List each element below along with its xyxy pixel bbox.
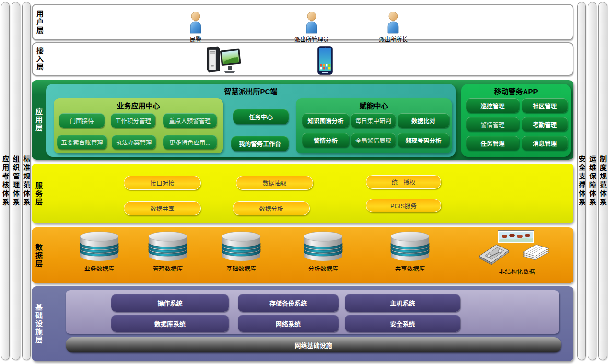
pc-panel: 智慧派出所PC端 业务应用中心 门面接待 工作积分管理 重点人预警管理 五要素台… xyxy=(46,84,456,157)
mobile-module-button: 巡控管理 xyxy=(466,98,519,113)
business-center-title: 业务应用中心 xyxy=(54,100,223,110)
infrastructure-system-button: 操作系统 xyxy=(111,294,229,312)
mobile-module-button: 社区管理 xyxy=(522,98,568,113)
mobile-module-button: 警情管理 xyxy=(466,117,519,131)
enable-module-button: 全局警情展现 xyxy=(351,133,396,147)
pc-panel-title: 智慧派出所PC端 xyxy=(46,86,456,96)
layer-service: 服务层 接口对接 数据抽取 统一授权 数据共享 数据分析 PGIS服务 xyxy=(32,164,573,223)
enable-module-button: 数据比对 xyxy=(398,113,449,128)
layer-access-label: 接入层 xyxy=(35,47,44,71)
layer-user-label: 用户层 xyxy=(35,10,44,35)
database-cylinder-icon xyxy=(78,231,120,262)
enable-center-title: 赋能中心 xyxy=(296,100,452,110)
enable-center-panel: 赋能中心 知识图谱分析 每日集中研判 数据比对 警情分析 全局警情展现 频现号码… xyxy=(296,98,452,153)
business-module-button: 执法办案管理 xyxy=(112,135,156,149)
role-station-admin: 派出所管理员 xyxy=(283,12,340,43)
business-module-button: 门面接待 xyxy=(59,113,105,128)
database-cylinder-icon xyxy=(220,231,262,262)
network-infrastructure-label: 网络基础设施 xyxy=(294,341,332,350)
enable-module-button: 知识图谱分析 xyxy=(302,113,349,128)
infrastructure-system-button: 存储备份系统 xyxy=(238,294,339,312)
database-label: 管理数据库 xyxy=(153,264,183,273)
business-module-button: 工作积分管理 xyxy=(111,113,155,128)
enable-module-button: 每日集中研判 xyxy=(351,113,396,128)
mobile-module-button: 任务管理 xyxy=(466,136,519,150)
left-bar-organization-label: 组织管理体系 xyxy=(12,155,20,207)
business-center-panel: 业务应用中心 门面接待 工作积分管理 重点人预警管理 五要素台账管理 执法办案管… xyxy=(54,98,223,153)
layer-infrastructure: 基础设施层 操作系统 存储备份系统 主机系统 数据库系统 网络系统 安全系统 网… xyxy=(32,286,573,361)
smartphone-icon xyxy=(317,46,333,75)
left-bar-standards-label: 标准规范体系 xyxy=(22,155,31,207)
infrastructure-system-button: 数据库系统 xyxy=(111,315,229,332)
service-button: 数据抽取 xyxy=(236,176,313,190)
layer-user: 用户层 民警 派出所管理员 派出所所 xyxy=(32,4,573,40)
picture-icon xyxy=(498,230,534,243)
database-group: 基础数据库 xyxy=(212,231,270,273)
service-button: PGIS服务 xyxy=(366,199,441,212)
service-button: 接口对接 xyxy=(124,176,201,190)
layer-access: 接入层 xyxy=(32,42,573,76)
service-button: 数据共享 xyxy=(124,201,201,215)
my-workbench-button: 我的警务工作台 xyxy=(231,136,289,151)
database-cylinder-icon xyxy=(147,231,189,262)
service-button: 数据分析 xyxy=(233,201,310,215)
person-icon xyxy=(187,12,204,34)
database-group: 分析数据库 xyxy=(294,231,352,273)
database-group: 管理数据库 xyxy=(139,231,197,273)
database-label: 基础数据库 xyxy=(226,264,257,273)
right-bar-security: 安全支撑体系 xyxy=(577,2,586,360)
database-label: 共享数据库 xyxy=(395,264,425,273)
mobile-module-button: 考勤管理 xyxy=(522,117,568,131)
infrastructure-system-button: 安全系统 xyxy=(345,315,460,332)
right-bar-operations: 运维保障体系 xyxy=(588,2,596,360)
right-bar-operations-label: 运维保障体系 xyxy=(588,155,596,207)
left-bar-standards: 标准规范体系 xyxy=(22,2,31,360)
business-module-button: 更多特色应用... xyxy=(163,135,217,149)
layer-service-label: 服务层 xyxy=(35,181,43,206)
database-label: 分析数据库 xyxy=(308,264,339,273)
layer-data: 数据层 业务数据库 xyxy=(32,227,573,283)
left-bar-organization: 组织管理体系 xyxy=(12,2,20,360)
task-center-button: 任务中心 xyxy=(233,109,289,124)
enable-module-button: 警情分析 xyxy=(302,133,349,147)
layer-infrastructure-label: 基础设施层 xyxy=(35,304,43,344)
infrastructure-system-button: 主机系统 xyxy=(345,294,460,312)
person-icon xyxy=(385,12,402,34)
business-module-button: 重点人预警管理 xyxy=(163,113,217,128)
layer-application: 应用层 智慧派出所PC端 业务应用中心 门面接待 工作积分管理 重点人预警管理 … xyxy=(32,80,573,160)
architecture-diagram: 应用考核体系 组织管理体系 标准规范体系 安全支撑体系 运维保障体系 制度规范体… xyxy=(0,0,608,364)
network-infrastructure-bar: 网络基础设施 xyxy=(66,337,561,352)
mobile-module-button: 消息管理 xyxy=(522,136,568,150)
role-police-officer: 民警 xyxy=(167,12,224,43)
right-bar-security-label: 安全支撑体系 xyxy=(577,155,586,207)
desktop-pc-icon xyxy=(205,46,242,74)
documents-stack-icon xyxy=(522,244,550,263)
mobile-app-panel: 移动警务APP 巡控管理 社区管理 警情管理 考勤管理 任务管理 消息管理 xyxy=(461,84,571,157)
mobile-app-title: 移动警务APP xyxy=(461,86,571,96)
infrastructure-system-button: 网络系统 xyxy=(238,315,339,332)
right-bar-regulations-label: 制度规范体系 xyxy=(598,155,607,207)
layer-data-label: 数据层 xyxy=(35,243,43,268)
service-button: 统一授权 xyxy=(366,175,441,189)
role-station-chief: 派出所所长 xyxy=(364,12,422,43)
unstructured-data-label: 非结构化数据 xyxy=(476,267,558,276)
database-group: 业务数据库 xyxy=(70,231,128,273)
layer-application-label: 应用层 xyxy=(35,108,43,132)
infrastructure-systems-panel: 操作系统 存储备份系统 主机系统 数据库系统 网络系统 安全系统 xyxy=(66,290,559,334)
left-bar-assessment-label: 应用考核体系 xyxy=(1,155,10,207)
person-icon xyxy=(303,12,320,34)
database-cylinder-icon xyxy=(389,231,431,262)
storage-cartridge-icon xyxy=(476,243,511,265)
database-cylinder-icon xyxy=(302,231,344,262)
unstructured-data-group: 非结构化数据 xyxy=(476,230,558,278)
enable-module-button: 频现号码分析 xyxy=(398,133,449,147)
database-group: 共享数据库 xyxy=(381,231,439,273)
database-label: 业务数据库 xyxy=(84,264,115,273)
right-bar-regulations: 制度规范体系 xyxy=(598,2,607,360)
left-bar-assessment: 应用考核体系 xyxy=(1,2,10,360)
business-module-button: 五要素台账管理 xyxy=(57,135,107,149)
